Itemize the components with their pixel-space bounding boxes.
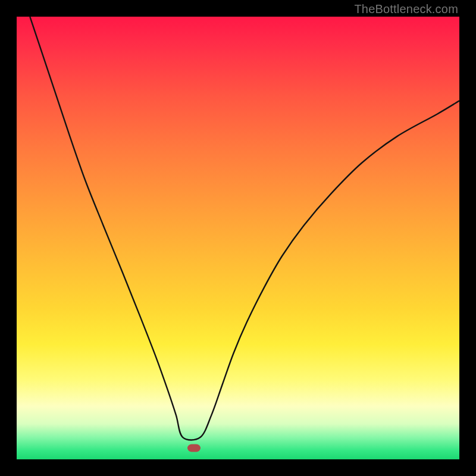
bottleneck-curve <box>17 17 459 459</box>
attribution-label: TheBottleneck.com <box>354 2 458 16</box>
plot-area <box>17 17 459 459</box>
app-frame: TheBottleneck.com <box>0 0 476 476</box>
curve-path <box>30 17 459 440</box>
optimal-marker <box>187 444 201 452</box>
